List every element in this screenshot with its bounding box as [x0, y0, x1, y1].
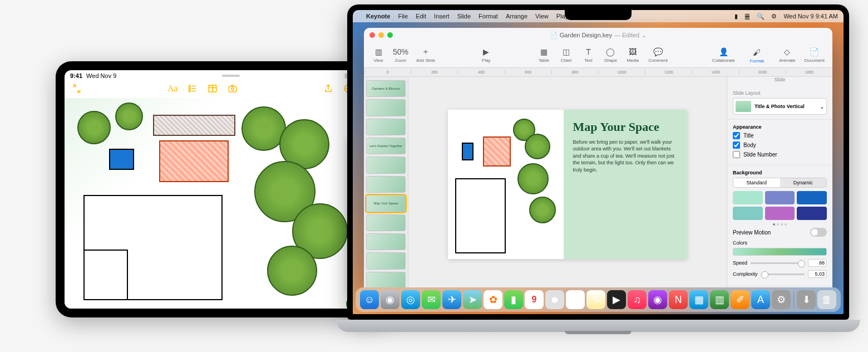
preview-motion-toggle[interactable] [810, 228, 827, 237]
fullscreen-button[interactable] [387, 32, 393, 38]
menu-format[interactable]: Format [479, 13, 498, 19]
menubar-clock[interactable]: Wed Nov 9 9:41 AM [783, 13, 838, 19]
menu-view[interactable]: View [535, 13, 549, 19]
dock-calendar-icon[interactable]: 9 [525, 290, 544, 309]
dock-photos-icon[interactable]: ✿ [484, 290, 502, 309]
slide-text-block[interactable]: Map Your Space Before we bring pen to pa… [564, 110, 687, 260]
dock-safari-icon[interactable]: ◎ [401, 290, 420, 309]
dock-facetime-icon[interactable]: ▮ [504, 290, 523, 309]
slide-thumb[interactable]: Let's Garden Together [366, 138, 406, 154]
menu-edit[interactable]: Edit [416, 13, 426, 19]
current-slide[interactable]: Map Your Space Before we bring pen to pa… [448, 110, 687, 260]
bg-swatch-5[interactable] [797, 207, 827, 220]
bg-swatch-2[interactable] [797, 191, 827, 204]
swatch-pager[interactable] [733, 223, 827, 226]
slide-thumb[interactable] [366, 214, 406, 231]
body-checkbox-row[interactable]: Body [733, 141, 827, 149]
toolbar-add-slide[interactable]: ＋Add Slide [413, 46, 438, 64]
speed-value[interactable]: 88 [808, 259, 827, 267]
dock-numbers-icon[interactable]: ▥ [710, 290, 729, 309]
colors-gradient[interactable] [733, 248, 827, 256]
dock-mail-icon[interactable]: ✈ [442, 290, 461, 309]
bg-swatch-4[interactable] [765, 207, 795, 220]
minimize-button[interactable] [378, 32, 384, 38]
bg-swatch-3[interactable] [733, 207, 763, 220]
dock-settings-icon[interactable]: ⚙ [772, 290, 791, 309]
slidenum-checkbox-row[interactable]: Slide Number [733, 151, 827, 158]
slide-body-text[interactable]: Before we bring pen to paper, we'll walk… [573, 139, 678, 174]
slidenum-checkbox[interactable] [733, 151, 740, 158]
slide-thumb[interactable] [366, 252, 406, 269]
menubar-control-center-icon[interactable]: ⚙ [771, 13, 777, 20]
slide-canvas[interactable]: Map Your Space Before we bring pen to pa… [408, 77, 727, 292]
slide-thumb[interactable] [366, 157, 406, 173]
bg-swatch-1[interactable] [765, 191, 795, 204]
body-checkbox[interactable] [733, 141, 740, 149]
toolbar-text[interactable]: TText [578, 46, 598, 64]
dock-messages-icon[interactable]: ✉ [422, 290, 441, 309]
menubar-battery-icon[interactable]: ▮ [734, 13, 738, 20]
ipad-note-canvas[interactable]: ↶ ↷ ＋ 🅰 ◯ [65, 98, 381, 309]
complexity-slider[interactable] [761, 273, 805, 275]
keynote-ruler[interactable]: 0200 400600 8001000 12001400 16001800 [364, 68, 832, 77]
title-checkbox[interactable] [733, 132, 740, 139]
toolbar-chart[interactable]: ◫Chart [556, 46, 576, 64]
dock-keynote-icon[interactable]: ▦ [689, 290, 708, 309]
toolbar-table[interactable]: ▦Table [534, 46, 554, 64]
dock-music-icon[interactable]: ♫ [628, 290, 647, 309]
table-icon[interactable] [207, 83, 218, 94]
background-mode-segment[interactable]: Standard Dynamic [733, 178, 827, 188]
camera-icon[interactable] [227, 83, 238, 94]
slide-thumb[interactable] [366, 119, 406, 135]
menu-insert[interactable]: Insert [434, 13, 450, 19]
dock-tv-icon[interactable]: ▶ [607, 290, 626, 309]
dock-downloads-icon[interactable]: ⬇ [797, 290, 816, 309]
dock-pages-icon[interactable]: ✐ [731, 290, 749, 309]
menu-arrange[interactable]: Arrange [506, 13, 527, 19]
toolbar-shape[interactable]: ◯Shape [600, 46, 620, 64]
slide-thumb[interactable] [366, 272, 406, 289]
slide-thumb[interactable]: Gardens & Blooms [366, 80, 406, 97]
toolbar-document[interactable]: 📄Document [801, 46, 828, 64]
slide-thumb[interactable] [366, 233, 406, 250]
toolbar-collaborate[interactable]: 👤Collaborate [709, 46, 738, 64]
menu-slide[interactable]: Slide [457, 13, 471, 19]
dock-launchpad-icon[interactable]: ◉ [381, 290, 400, 309]
seg-dynamic[interactable]: Dynamic [780, 178, 827, 187]
dock-notes-icon[interactable]: ✎ [586, 290, 605, 309]
menubar-app-name[interactable]: Keynote [366, 13, 390, 19]
slide-navigator[interactable]: Gardens & Blooms Let's Garden Together M… [364, 77, 408, 292]
speed-slider[interactable]: .slider[style*='88']::after{left:88%} [751, 262, 805, 264]
window-titlebar[interactable]: 📄 Garden Design.key — Edited ⌄ [364, 28, 832, 42]
dock-reminders-icon[interactable]: ☰ [566, 290, 585, 309]
text-style-button[interactable]: Aa [167, 83, 178, 94]
toolbar-zoom[interactable]: 50%Zoom [391, 46, 411, 64]
slide-thumb[interactable] [366, 99, 406, 116]
dock-news-icon[interactable]: N [669, 290, 688, 309]
menu-file[interactable]: File [398, 13, 408, 19]
slide-layout-selector[interactable]: Title & Photo Vertical ⌄ [733, 98, 827, 115]
complexity-value[interactable]: 5.03 [808, 270, 827, 278]
bg-swatch-0[interactable] [733, 191, 763, 204]
dock-podcasts-icon[interactable]: ◉ [648, 290, 667, 309]
toolbar-animate[interactable]: ◇Animate [776, 46, 798, 64]
ipad-multitask-pill[interactable] [222, 75, 240, 77]
toolbar-view[interactable]: ▥View [368, 46, 388, 64]
dock-contacts-icon[interactable]: ☻ [545, 290, 564, 309]
title-checkbox-row[interactable]: Title [733, 132, 827, 139]
title-dropdown-icon[interactable]: ⌄ [642, 32, 647, 39]
slide-thumb[interactable] [366, 176, 406, 193]
close-button[interactable] [369, 32, 375, 38]
toolbar-media[interactable]: 🖼Media [623, 46, 643, 64]
dock-trash-icon[interactable]: 🗑 [817, 290, 836, 309]
slide-heading[interactable]: Map Your Space [573, 120, 678, 134]
checklist-icon[interactable] [187, 83, 198, 94]
toolbar-comment[interactable]: 💬Comment [645, 46, 671, 64]
document-title[interactable]: Garden Design.key [560, 32, 612, 38]
toolbar-play[interactable]: ▶Play [476, 46, 496, 64]
share-icon[interactable] [323, 83, 334, 94]
menubar-wifi-icon[interactable]: ䷀ [744, 13, 750, 20]
dock-appstore-icon[interactable]: A [751, 290, 770, 309]
collapse-icon[interactable] [71, 83, 82, 94]
dock-maps-icon[interactable]: ➤ [463, 290, 482, 309]
